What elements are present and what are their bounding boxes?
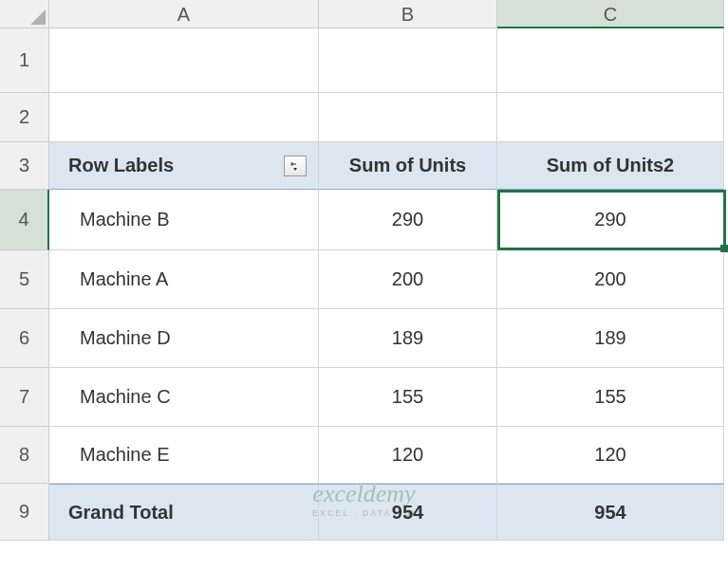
cell-c1[interactable] — [497, 28, 724, 93]
col-header-b[interactable]: B — [319, 0, 497, 28]
row-header-7[interactable]: 7 — [0, 368, 49, 427]
row-header-2[interactable]: 2 — [0, 93, 49, 142]
row-labels-text: Row Labels — [61, 155, 174, 176]
pivot-row-labels-header[interactable]: Row Labels — [49, 142, 319, 190]
pivot-row-4-v2[interactable]: 120 — [497, 427, 724, 484]
pivot-row-2-v1[interactable]: 189 — [319, 309, 497, 368]
cell-b1[interactable] — [319, 28, 497, 93]
pivot-row-3-v1[interactable]: 155 — [319, 368, 497, 427]
pivot-row-2-label[interactable]: Machine D — [49, 309, 319, 368]
pivot-col1-header[interactable]: Sum of Units — [319, 142, 497, 190]
filter-dropdown-button[interactable] — [284, 156, 307, 176]
row-header-8[interactable]: 8 — [0, 427, 49, 484]
cell-c2[interactable] — [497, 93, 724, 142]
pivot-total-v1[interactable]: 954 — [319, 484, 497, 541]
row-header-4[interactable]: 4 — [0, 190, 49, 250]
pivot-total-v2[interactable]: 954 — [497, 484, 724, 541]
select-all-corner[interactable] — [0, 0, 49, 28]
row-header-1[interactable]: 1 — [0, 28, 49, 93]
spreadsheet-grid: A B C 1 2 3 Row Labels Sum of Units Sum … — [0, 0, 728, 541]
pivot-row-0-v1[interactable]: 290 — [319, 190, 497, 250]
row-header-3[interactable]: 3 — [0, 142, 49, 190]
pivot-row-3-v2[interactable]: 155 — [497, 368, 724, 427]
pivot-row-3-label[interactable]: Machine C — [49, 368, 319, 427]
pivot-row-2-v2[interactable]: 189 — [497, 309, 724, 368]
pivot-total-label[interactable]: Grand Total — [49, 484, 319, 541]
pivot-row-0-v2[interactable]: 290 — [497, 190, 724, 250]
col-header-c[interactable]: C — [497, 0, 724, 28]
pivot-row-4-label[interactable]: Machine E — [49, 427, 319, 484]
cell-b2[interactable] — [319, 93, 497, 142]
pivot-row-0-label[interactable]: Machine B — [49, 190, 319, 250]
pivot-col2-header[interactable]: Sum of Units2 — [497, 142, 724, 190]
pivot-row-1-v2[interactable]: 200 — [497, 250, 724, 309]
cell-a1[interactable] — [49, 28, 319, 93]
pivot-row-1-label[interactable]: Machine A — [49, 250, 319, 309]
sort-filter-icon — [289, 159, 302, 173]
row-header-9[interactable]: 9 — [0, 484, 49, 541]
row-header-5[interactable]: 5 — [0, 250, 49, 309]
cell-a2[interactable] — [49, 93, 319, 142]
pivot-row-1-v1[interactable]: 200 — [319, 250, 497, 309]
col-header-a[interactable]: A — [49, 0, 319, 28]
pivot-row-4-v1[interactable]: 120 — [319, 427, 497, 484]
row-header-6[interactable]: 6 — [0, 309, 49, 368]
